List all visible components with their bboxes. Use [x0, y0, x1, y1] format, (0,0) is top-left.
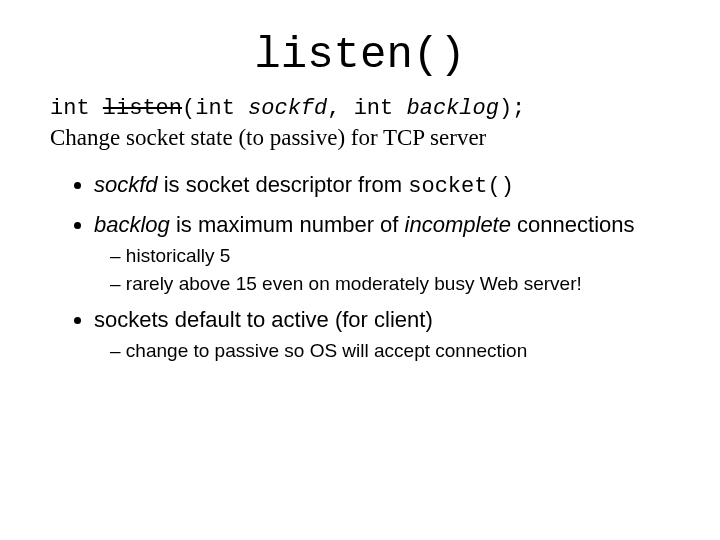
text: connections [511, 212, 635, 237]
text: is maximum number of [170, 212, 405, 237]
list-item: change to passive so OS will accept conn… [110, 339, 670, 363]
slide-title: listen() [50, 30, 670, 80]
paren-close: ); [499, 96, 525, 121]
param2-name: backlog [406, 96, 498, 121]
term-backlog: backlog [94, 212, 170, 237]
code-socket: socket() [408, 174, 514, 199]
sub-list: historically 5 rarely above 15 even on m… [94, 244, 670, 296]
term-incomplete: incomplete [405, 212, 511, 237]
function-name-strikethrough: listen [103, 96, 182, 121]
list-item: sockfd is socket descriptor from socket(… [94, 171, 670, 201]
param1-name: sockfd [248, 96, 327, 121]
list-item: sockets default to active (for client) c… [94, 306, 670, 363]
term-sockfd: sockfd [94, 172, 158, 197]
return-type: int [50, 96, 103, 121]
text: sockets default to active (for client) [94, 307, 433, 332]
function-signature: int listen(int sockfd, int backlog); [50, 96, 670, 121]
param1-type: int [195, 96, 248, 121]
list-item: historically 5 [110, 244, 670, 268]
bullet-list: sockfd is socket descriptor from socket(… [50, 171, 670, 363]
sub-list: change to passive so OS will accept conn… [94, 339, 670, 363]
param2-type: int [354, 96, 407, 121]
paren-open: ( [182, 96, 195, 121]
slide-description: Change socket state (to passive) for TCP… [50, 125, 670, 151]
text: is socket descriptor from [158, 172, 409, 197]
comma: , [327, 96, 353, 121]
list-item: rarely above 15 even on moderately busy … [110, 272, 670, 296]
list-item: backlog is maximum number of incomplete … [94, 211, 670, 296]
